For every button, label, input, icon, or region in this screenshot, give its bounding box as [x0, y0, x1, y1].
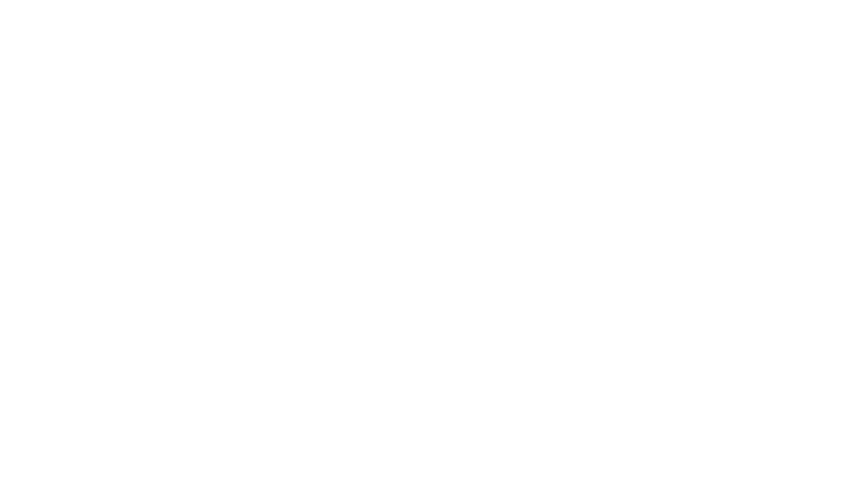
screenshot-grid: [0, 0, 868, 488]
